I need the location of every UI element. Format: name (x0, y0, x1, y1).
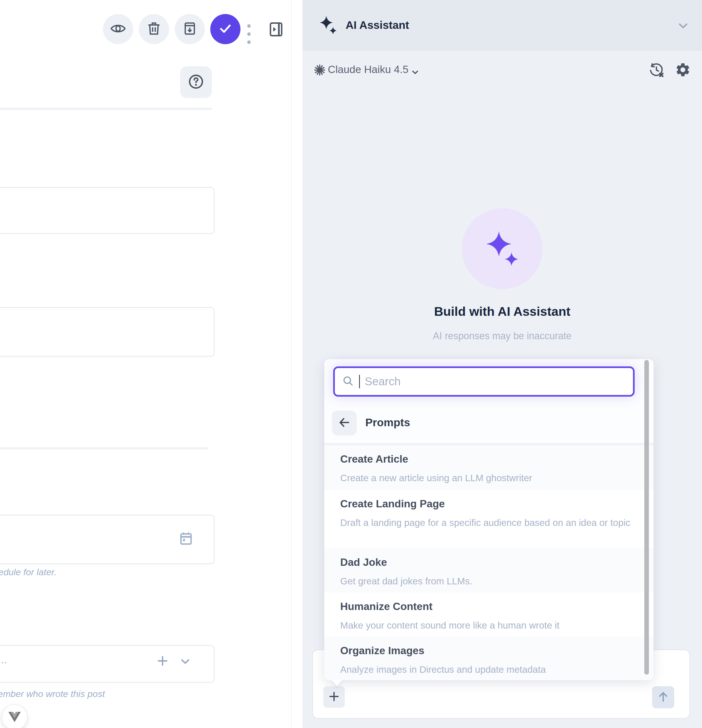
panel-title: AI Assistant (346, 19, 409, 32)
dropdown-scrollbar-thumb[interactable] (644, 360, 649, 675)
text-input-field[interactable] (0, 307, 214, 357)
divider (0, 108, 212, 110)
model-selector[interactable]: Claude Haiku 4.5 (328, 64, 408, 75)
dot-icon (247, 40, 251, 44)
chevron-down-icon[interactable] (410, 67, 420, 78)
dot-icon (247, 32, 251, 36)
sidebar-toggle-icon (269, 35, 283, 39)
relation-placeholder: .. (1, 654, 7, 666)
save-button[interactable] (210, 14, 240, 44)
help-button[interactable] (180, 66, 212, 98)
empty-state-subtitle: AI responses may be inaccurate (303, 330, 702, 342)
ai-assistant-header[interactable]: AI Assistant (303, 0, 702, 51)
vue-logo (8, 711, 21, 723)
prompt-item-create-landing-page[interactable]: Create Landing Page Draft a landing page… (324, 490, 653, 548)
prompt-title: Dad Joke (340, 556, 635, 569)
search-icon (342, 375, 354, 388)
prompt-item-dad-joke[interactable]: Dad Joke Get great dad jokes from LLMs. (324, 548, 653, 592)
prompt-title: Create Landing Page (340, 497, 635, 510)
archive-button[interactable] (175, 14, 205, 44)
arrow-up-icon (656, 690, 670, 705)
sidebar-toggle-button[interactable] (269, 20, 283, 39)
app-window: edule for later. .. ember who wrote this… (0, 0, 702, 728)
send-button[interactable] (652, 686, 674, 708)
prompt-description: Analyze images in Directus and update me… (340, 663, 635, 676)
date-field-hint: edule for later. (0, 567, 56, 578)
relation-field-hint: ember who wrote this post (0, 689, 105, 699)
prompt-description: Get great dad jokes from LLMs. (340, 574, 635, 588)
dropdown-pointer (331, 679, 343, 686)
dot-icon (247, 24, 251, 28)
empty-state-illustration (462, 208, 543, 289)
prompt-description: Draft a landing page for a specific audi… (340, 516, 635, 530)
divider (324, 443, 653, 445)
text-input-field[interactable] (0, 187, 214, 234)
prompt-item-create-article[interactable]: Create Article Create a new article usin… (324, 445, 653, 490)
overflow-menu-button[interactable] (247, 24, 251, 44)
plus-icon (327, 690, 340, 704)
prompts-heading: Prompts (365, 416, 410, 429)
add-item-button[interactable] (156, 654, 169, 669)
divider (0, 447, 208, 449)
arrow-left-icon (338, 416, 351, 430)
preview-button[interactable] (103, 14, 133, 44)
chevron-down-icon[interactable] (676, 19, 690, 34)
prompts-list: Create Article Create a new article usin… (324, 445, 653, 679)
search-placeholder: Search (365, 375, 401, 388)
clear-history-icon (648, 62, 664, 79)
back-button[interactable] (332, 410, 357, 435)
archive-icon (182, 21, 198, 38)
text-cursor (359, 375, 360, 388)
attach-button[interactable] (323, 686, 345, 708)
prompt-description: Create a new article using an LLM ghostw… (340, 471, 635, 485)
prompt-title: Organize Images (340, 644, 635, 657)
check-icon (217, 20, 233, 38)
devtools-badge[interactable] (1, 704, 28, 728)
prompt-item-organize-images[interactable]: Organize Images Analyze images in Direct… (324, 637, 653, 679)
left-panel-scrollbar[interactable] (291, 0, 303, 728)
prompts-dropdown: Search Prompts Create Article Create a n… (324, 359, 653, 680)
settings-gear-icon (675, 62, 691, 79)
prompt-item-humanize-content[interactable]: Humanize Content Make your content sound… (324, 592, 653, 637)
plus-icon (156, 664, 169, 669)
prompt-title: Create Article (340, 453, 635, 465)
prompt-title: Humanize Content (340, 600, 635, 613)
prompt-description: Make your content sound more like a huma… (340, 618, 635, 632)
sparkles-icon (482, 228, 523, 269)
sparkles-icon (317, 14, 339, 37)
trash-icon (146, 21, 162, 38)
prompt-search-field[interactable]: Search (333, 367, 635, 397)
calendar-icon[interactable] (178, 530, 194, 547)
eye-icon (110, 21, 126, 38)
clear-history-button[interactable] (648, 62, 664, 79)
empty-state-title: Build with AI Assistant (303, 304, 702, 319)
help-icon (187, 73, 205, 92)
settings-button[interactable] (674, 62, 691, 79)
anthropic-starburst-icon (314, 64, 326, 77)
chevron-down-icon (178, 664, 192, 669)
delete-button[interactable] (139, 14, 169, 44)
expand-relation-button[interactable] (178, 655, 192, 669)
